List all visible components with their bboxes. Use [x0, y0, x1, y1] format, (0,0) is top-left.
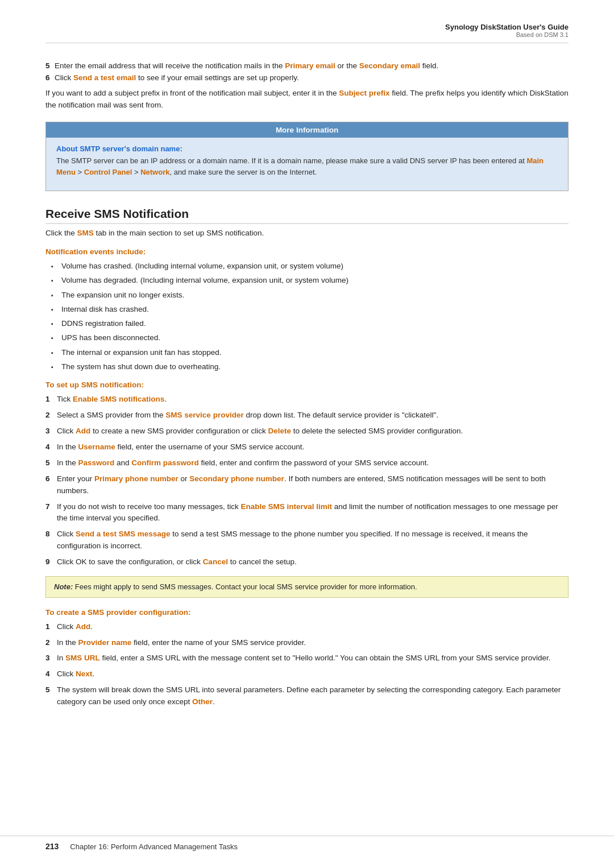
bullet-5: DDNS registration failed.: [51, 318, 569, 329]
create-step-5: 5 The system will break down the SMS URL…: [45, 684, 569, 708]
bullet-1: Volume has crashed. (Including internal …: [51, 261, 569, 272]
chapter-label: Chapter 16: Perform Advanced Management …: [70, 842, 238, 851]
setup-step-3: 3 Click Add to create a new SMS provider…: [45, 425, 569, 437]
create-provider-heading: To create a SMS provider configuration:: [45, 608, 569, 617]
notification-events-heading: Notification events include:: [45, 247, 569, 256]
setup-step-9: 9 Click OK to save the configuration, or…: [45, 556, 569, 568]
more-info-box: More Information About SMTP server's dom…: [45, 122, 569, 191]
dsm-version: Based on DSM 3.1: [45, 31, 569, 38]
bullet-6: UPS has been disconnected.: [51, 332, 569, 344]
intro-step-6: 6 Click Send a test email to see if your…: [45, 73, 569, 82]
create-steps-list: 1 Click Add. 2 In the Provider name fiel…: [45, 621, 569, 709]
sms-intro: Click the SMS tab in the main section to…: [45, 228, 569, 239]
setup-step-4: 4 In the Username field, enter the usern…: [45, 441, 569, 453]
note-box: Note: Fees might apply to send SMS messa…: [45, 576, 569, 598]
intro-step-5: 5 Enter the email address that will rece…: [45, 61, 569, 70]
more-info-header: More Information: [46, 122, 568, 138]
notification-bullets: Volume has crashed. (Including internal …: [45, 261, 569, 373]
create-step-3: 3 In SMS URL field, enter a SMS URL with…: [45, 652, 569, 664]
setup-sms-heading: To set up SMS notification:: [45, 381, 569, 389]
bullet-3: The expansion unit no longer exists.: [51, 290, 569, 301]
setup-step-2: 2 Select a SMS provider from the SMS ser…: [45, 410, 569, 421]
page-footer: 213 Chapter 16: Perform Advanced Managem…: [0, 836, 614, 851]
intro-steps: 5 Enter the email address that will rece…: [45, 61, 569, 82]
setup-step-1: 1 Tick Enable SMS notifications.: [45, 394, 569, 406]
bullet-4: Internal disk has crashed.: [51, 304, 569, 315]
page-header: Synology DiskStation User's Guide Based …: [45, 23, 569, 43]
bullet-2: Volume has degraded. (Including internal…: [51, 275, 569, 286]
receive-sms-heading: Receive SMS Notification: [45, 207, 569, 224]
create-step-1: 1 Click Add.: [45, 621, 569, 633]
guide-title: Synology DiskStation User's Guide: [45, 23, 569, 31]
setup-steps-list: 1 Tick Enable SMS notifications. 2 Selec…: [45, 394, 569, 568]
bullet-7: The internal or expansion unit fan has s…: [51, 347, 569, 358]
create-step-4: 4 Click Next.: [45, 668, 569, 680]
smtp-subheading: About SMTP server's domain name:: [56, 144, 558, 153]
page-number: 213: [45, 842, 59, 851]
bullet-8: The system has shut down due to overheat…: [51, 361, 569, 373]
setup-step-5: 5 In the Password and Confirm password f…: [45, 457, 569, 469]
setup-step-8: 8 Click Send a test SMS message to send …: [45, 528, 569, 552]
more-info-body: About SMTP server's domain name: The SMT…: [46, 138, 568, 191]
setup-step-7: 7 If you do not wish to receive too many…: [45, 501, 569, 525]
smtp-body-text: The SMTP server can be an IP address or …: [56, 155, 558, 178]
setup-step-6: 6 Enter your Primary phone number or Sec…: [45, 473, 569, 497]
create-step-2: 2 In the Provider name field, enter the …: [45, 637, 569, 649]
intro-body-text: If you want to add a subject prefix in f…: [45, 88, 569, 111]
